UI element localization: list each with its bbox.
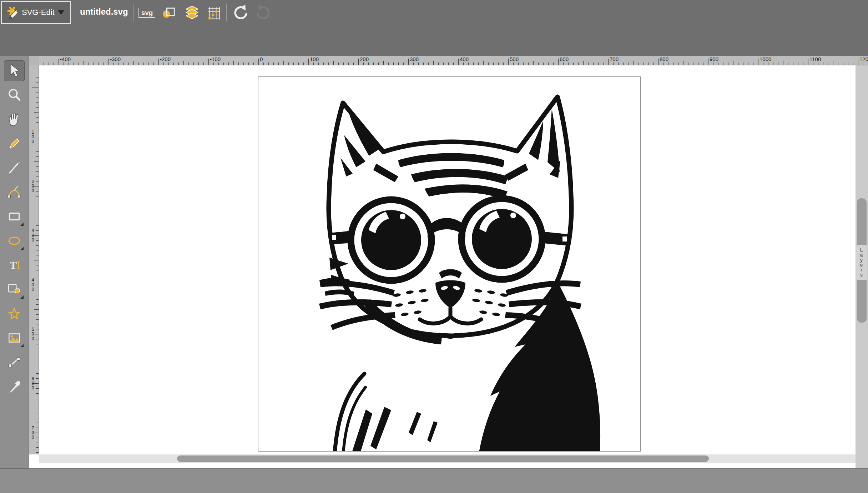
h-ruler-label: 0	[260, 56, 263, 62]
v-ruler-tick	[36, 245, 39, 246]
h-ruler-tick	[223, 63, 224, 65]
h-ruler-tick	[353, 63, 354, 65]
v-ruler-tick	[36, 225, 39, 226]
h-ruler-tick	[823, 63, 823, 65]
v-ruler-tick	[36, 369, 39, 369]
v-ruler-tick	[36, 127, 39, 127]
line-tool-button[interactable]	[4, 158, 25, 178]
h-ruler-tick	[104, 63, 104, 65]
v-ruler-tick	[36, 250, 39, 250]
h-ruler-tick	[608, 59, 609, 65]
h-ruler-tick	[253, 63, 254, 65]
source-code-icon: svg	[138, 8, 155, 18]
grid-button[interactable]	[205, 3, 224, 23]
h-ruler-tick	[603, 63, 604, 65]
v-ruler-tick	[36, 413, 39, 413]
v-ruler-tick	[36, 398, 39, 398]
h-ruler-tick	[643, 63, 644, 65]
h-ruler-tick	[243, 63, 244, 65]
pencil-tool-button[interactable]	[4, 133, 25, 154]
select-tool-button[interactable]	[4, 60, 25, 81]
h-ruler-tick	[358, 59, 359, 65]
pan-tool-button[interactable]	[4, 109, 25, 130]
layers-panel-tab[interactable]: L a y e r s	[856, 245, 867, 280]
v-ruler-tick	[36, 344, 39, 344]
v-ruler-tick	[36, 349, 39, 349]
h-ruler-tick	[663, 63, 663, 65]
eyedropper-tool-button[interactable]	[4, 376, 25, 397]
connector-tool-button[interactable]	[4, 352, 25, 373]
zoom-tool-button[interactable]	[4, 85, 25, 105]
h-ruler-tick	[258, 59, 259, 65]
v-ruler-label: 1 0 0	[30, 130, 36, 144]
v-ruler-tick	[36, 191, 39, 191]
h-ruler-tick	[278, 63, 279, 65]
redo-button[interactable]	[253, 3, 274, 23]
h-ruler-tick	[303, 63, 304, 65]
document-title: untitled.svg	[80, 7, 128, 17]
text-tool-button[interactable]: T	[4, 255, 25, 275]
canvas-page[interactable]	[258, 76, 641, 452]
ellipse-tool-button[interactable]	[4, 230, 25, 251]
v-ruler-tick	[36, 142, 39, 142]
hand-icon	[7, 112, 22, 127]
horizontal-scrollbar[interactable]	[39, 454, 856, 463]
h-ruler-tick	[99, 63, 99, 65]
v-ruler-tick	[36, 428, 39, 428]
horizontal-scrollbar-thumb[interactable]	[177, 455, 709, 462]
select-arrow-icon	[7, 63, 22, 78]
h-ruler-tick	[818, 63, 818, 65]
h-ruler-tick	[183, 61, 184, 65]
line-icon	[7, 160, 22, 175]
h-ruler-tick	[678, 63, 678, 65]
h-ruler-label: 300	[410, 56, 419, 62]
svgedit-logo-icon	[5, 5, 19, 20]
h-ruler-tick	[438, 63, 439, 65]
h-ruler-tick	[478, 63, 479, 65]
h-ruler-tick	[118, 63, 119, 65]
h-ruler-tick	[738, 63, 738, 65]
h-ruler-tick	[64, 63, 64, 65]
h-ruler-tick	[703, 63, 703, 65]
pencil-icon	[7, 136, 22, 151]
path-tool-button[interactable]	[4, 182, 25, 203]
cat-artwork[interactable]	[258, 77, 641, 452]
v-ruler-tick	[34, 260, 39, 260]
h-ruler-tick	[318, 63, 319, 65]
image-tool-button[interactable]	[4, 328, 25, 348]
ruler-corner	[29, 56, 39, 65]
h-ruler-tick	[563, 63, 564, 65]
h-ruler-tick	[423, 63, 424, 65]
ellipse-icon	[7, 233, 22, 248]
h-ruler-label: 100	[310, 56, 319, 62]
h-ruler-tick	[633, 61, 634, 65]
h-ruler-tick	[218, 63, 219, 65]
layers-button[interactable]	[182, 3, 202, 23]
rect-tool-button[interactable]	[4, 206, 25, 227]
h-ruler-tick	[363, 63, 364, 65]
undo-button[interactable]	[230, 3, 251, 23]
v-ruler-tick	[36, 270, 39, 270]
v-ruler-label: 4 0 0	[30, 278, 36, 292]
v-ruler-tick	[36, 295, 39, 295]
h-ruler-tick	[688, 63, 688, 65]
h-ruler-tick	[283, 61, 284, 65]
h-ruler-tick	[583, 61, 584, 65]
shape-library-button[interactable]	[4, 279, 25, 300]
h-ruler-tick	[528, 63, 529, 65]
h-ruler-tick	[108, 59, 109, 65]
v-ruler-tick	[36, 216, 39, 216]
edit-source-button[interactable]: svg	[136, 3, 157, 23]
v-ruler-tick	[36, 255, 39, 255]
h-ruler-tick	[248, 63, 249, 65]
document-properties-button[interactable]	[160, 3, 179, 23]
main-menu-button[interactable]: SVG-Edit	[1, 1, 71, 24]
star-tool-button[interactable]	[4, 303, 25, 324]
h-ruler-tick	[548, 63, 549, 65]
h-ruler-tick	[588, 63, 589, 65]
h-ruler-tick	[273, 63, 274, 65]
h-ruler-tick	[383, 61, 384, 65]
canvas-workspace[interactable]	[39, 65, 856, 468]
h-ruler-tick	[74, 63, 74, 65]
h-ruler-tick	[158, 59, 159, 65]
